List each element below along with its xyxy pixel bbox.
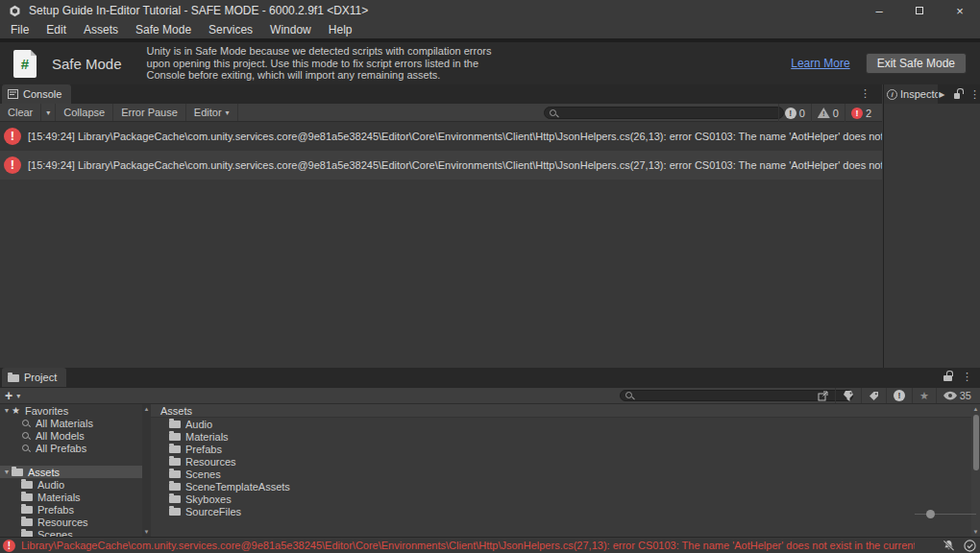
filter-by-type-button[interactable] (835, 388, 861, 403)
folder-icon (8, 374, 19, 382)
console-search-input[interactable] (559, 108, 783, 118)
warning-count-badge[interactable]: ! 0 (811, 104, 845, 122)
foldout-open-icon[interactable]: ▼ (2, 469, 12, 475)
list-breadcrumb[interactable]: Assets (151, 404, 980, 418)
error-icon: ! (3, 540, 15, 552)
project-tab-bar: Project ⋮ (0, 368, 980, 388)
status-message[interactable]: Library\PackageCache\com.unity.services.… (21, 540, 915, 551)
maximize-icon (916, 7, 923, 14)
scroll-down-icon[interactable]: ▼ (971, 529, 980, 535)
tree-folder-prefabs[interactable]: Prefabs (0, 503, 142, 516)
status-bar-icons (943, 538, 976, 553)
inspector-kebab-menu-icon[interactable]: ⋮ (969, 89, 980, 99)
collapse-button[interactable]: Collapse (56, 104, 113, 121)
filter-by-label-button[interactable] (861, 388, 886, 403)
create-add-button[interactable]: + ▾ (5, 389, 20, 402)
lock-icon[interactable] (954, 93, 960, 99)
tree-all-prefabs[interactable]: All Prefabs (0, 442, 142, 454)
slider-track (915, 514, 976, 516)
menu-assets[interactable]: Assets (75, 21, 127, 38)
notifications-muted-icon[interactable] (943, 540, 955, 552)
tree-item-label: All Materials (36, 418, 93, 429)
icon-size-slider[interactable] (915, 509, 976, 518)
more-tabs-icon[interactable]: ▶ (938, 90, 946, 99)
clear-button[interactable]: Clear (0, 104, 41, 121)
folder-icon (169, 508, 181, 516)
slider-handle[interactable] (926, 510, 935, 518)
filter-funnel-icon (843, 391, 854, 401)
list-folder-skyboxes[interactable]: Skyboxes (151, 493, 980, 505)
warning-count: 0 (833, 108, 839, 119)
visibility-toggle-button[interactable]: 35 (936, 388, 978, 403)
tree-folder-audio[interactable]: Audio (0, 478, 142, 491)
tree-all-materials[interactable]: All Materials (0, 417, 142, 429)
menu-file[interactable]: File (2, 21, 37, 38)
console-log-row[interactable]: ! [15:49:24] Library\PackageCache\com.un… (0, 122, 882, 151)
tab-inspector[interactable]: i Inspector (884, 84, 938, 104)
tree-folder-scenes[interactable]: Scenes (0, 528, 142, 537)
close-button[interactable]: × (940, 0, 980, 21)
scroll-up-icon[interactable]: ▲ (142, 406, 151, 412)
list-folder-scenetemplateassets[interactable]: SceneTemplateAssets (151, 480, 980, 493)
lock-icon[interactable] (943, 375, 952, 381)
scroll-down-icon[interactable]: ▼ (142, 529, 151, 535)
list-item-label: Audio (185, 419, 212, 430)
list-folder-resources[interactable]: Resources (151, 455, 980, 468)
menu-bar: File Edit Assets Safe Mode Services Wind… (0, 21, 980, 38)
chevron-down-icon: ▾ (226, 108, 230, 117)
error-pause-button[interactable]: Error Pause (113, 104, 186, 121)
folder-icon (21, 506, 33, 514)
alert-filter-button[interactable]: ! (886, 388, 912, 403)
minimize-button[interactable]: – (859, 0, 899, 21)
tree-item-label: Favorites (25, 405, 68, 417)
scroll-up-icon[interactable]: ▲ (971, 406, 980, 412)
list-folder-scenes[interactable]: Scenes (151, 468, 980, 480)
info-count-badge[interactable]: ! 0 (778, 104, 811, 122)
foldout-open-icon[interactable]: ▼ (2, 407, 12, 414)
background-tasks-icon[interactable] (964, 540, 976, 552)
tree-item-label: Materials (37, 492, 81, 503)
tree-folder-materials[interactable]: Materials (0, 491, 142, 503)
list-folder-audio[interactable]: Audio (151, 418, 980, 430)
tree-spacer (0, 454, 142, 466)
project-kebab-menu-icon[interactable]: ⋮ (962, 372, 972, 381)
menu-help[interactable]: Help (320, 21, 361, 38)
learn-more-link[interactable]: Learn More (791, 57, 849, 70)
tree-favorites[interactable]: ▼ ★ Favorites (0, 404, 142, 417)
scrollbar-thumb[interactable] (973, 415, 979, 470)
save-search-button[interactable]: ★ (912, 388, 936, 403)
menu-edit[interactable]: Edit (37, 21, 75, 38)
clear-dropdown-icon[interactable]: ▾ (41, 104, 56, 121)
tree-assets-root[interactable]: ▼ Assets (0, 466, 142, 478)
list-folder-prefabs[interactable]: Prefabs (151, 443, 980, 455)
tree-item-label: All Prefabs (36, 443, 86, 454)
console-kebab-menu-icon[interactable]: ⋮ (860, 88, 870, 98)
tree-all-models[interactable]: All Models (0, 429, 142, 442)
menu-safe-mode[interactable]: Safe Mode (127, 21, 200, 38)
console-log-row[interactable]: ! [15:49:24] Library\PackageCache\com.un… (0, 151, 882, 180)
tree-scrollbar[interactable]: ▲ ▼ (142, 404, 151, 537)
tree-folder-resources[interactable]: Resources (0, 516, 142, 528)
inspector-body (884, 104, 980, 368)
window-controls: – × (859, 0, 980, 21)
log-message: [15:49:24] Library\PackageCache\com.unit… (28, 159, 882, 171)
folder-icon (21, 481, 33, 489)
list-folder-materials[interactable]: Materials (151, 430, 980, 443)
exit-safe-mode-button[interactable]: Exit Safe Mode (866, 53, 967, 74)
console-icon (8, 89, 18, 99)
menu-services[interactable]: Services (200, 21, 261, 38)
project-toolbar: + ▾ (0, 388, 980, 404)
folder-icon (169, 421, 181, 428)
project-toolbar-icons: ! ★ 35 (811, 388, 978, 403)
tree-item-label: Scenes (37, 529, 73, 538)
list-item-label: Resources (185, 456, 236, 468)
error-count-badge[interactable]: ! 2 (845, 104, 877, 122)
tab-console[interactable]: Console (2, 84, 71, 104)
maximize-button[interactable] (899, 0, 940, 21)
open-search-window-button[interactable] (811, 388, 835, 403)
list-folder-sourcefiles[interactable]: SourceFiles (151, 505, 980, 517)
editor-dropdown-button[interactable]: Editor ▾ (186, 104, 238, 121)
hidden-count: 35 (960, 390, 971, 401)
menu-window[interactable]: Window (261, 21, 320, 38)
tab-project[interactable]: Project (2, 368, 66, 387)
